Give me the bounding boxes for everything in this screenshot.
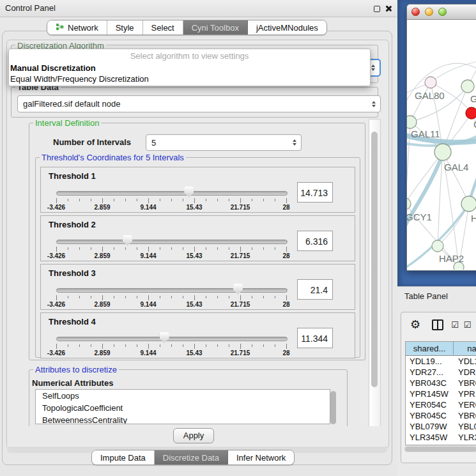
list-scrollbar-thumb[interactable] xyxy=(330,391,336,424)
slider-handle[interactable] xyxy=(233,284,243,295)
threshold-value-field[interactable]: 21.4 xyxy=(297,279,333,300)
attribute-list-item[interactable]: TopologicalCoefficient xyxy=(36,402,330,414)
tick-mark xyxy=(275,296,275,298)
tab-infer-network[interactable]: Infer Network xyxy=(228,450,294,464)
tab-impute-data[interactable]: Impute Data xyxy=(92,450,155,464)
close-icon[interactable] xyxy=(385,5,392,12)
tick-mark xyxy=(171,296,172,298)
network-node[interactable] xyxy=(425,77,436,88)
table-row[interactable]: YBL079WYBL0 xyxy=(406,421,476,432)
tick-mark xyxy=(91,247,91,250)
tick-mark xyxy=(114,296,114,298)
attribute-list-item[interactable]: BetweennessCentrality xyxy=(36,414,330,424)
main-scrollbar-track[interactable] xyxy=(369,119,381,447)
table-row[interactable]: YER054CYER0 xyxy=(406,399,476,410)
network-window: GAL80GAGAL11CGAL4GCY1HHAP2 xyxy=(406,4,476,271)
slider-track[interactable] xyxy=(56,191,288,196)
network-node[interactable] xyxy=(461,80,474,93)
number-of-intervals-combo[interactable]: 5 xyxy=(146,134,302,151)
network-canvas[interactable]: GAL80GAGAL11CGAL4GCY1HHAP2 xyxy=(407,20,476,270)
algorithm-option[interactable]: Manual Discretization xyxy=(9,63,370,73)
select-all-checkbox-icon[interactable] xyxy=(451,319,459,330)
combo-stepper-icon[interactable] xyxy=(372,101,376,107)
slider-track[interactable] xyxy=(56,337,288,341)
combo-stepper-icon[interactable] xyxy=(293,139,296,146)
table-hscrollbar-track[interactable] xyxy=(404,445,476,452)
node-label: GA xyxy=(470,93,476,104)
tab-jactivemnodules[interactable]: jActiveMNodules xyxy=(248,20,326,35)
minimize-traffic-light-icon[interactable] xyxy=(425,8,433,16)
table-hscrollbar-thumb[interactable] xyxy=(405,447,476,452)
tab-network[interactable]: Network xyxy=(47,20,107,35)
combo-stepper-icon[interactable] xyxy=(371,65,375,71)
slider-scale: -3.4262.8599.14415.4321.71528 xyxy=(56,204,287,211)
table-row[interactable]: YPR145WYPR1 xyxy=(406,388,476,399)
tick-mark xyxy=(217,296,218,298)
tick-mark xyxy=(102,295,103,300)
tab-discretize-data[interactable]: Discretize Data xyxy=(155,450,228,464)
column-header-name[interactable]: na xyxy=(454,342,476,355)
threshold-value-field[interactable]: 14.713 xyxy=(297,182,333,203)
numerical-attributes-list[interactable]: SelfLoopsTopologicalCoefficientBetweenne… xyxy=(35,389,330,424)
tick-mark xyxy=(148,198,149,203)
threshold-value-field[interactable]: 6.316 xyxy=(297,231,333,251)
settings-gear-icon[interactable] xyxy=(410,318,420,332)
slider-handle[interactable] xyxy=(184,187,194,197)
select-column-checkbox-icon[interactable] xyxy=(464,319,472,330)
table-row[interactable]: YLR345WYLR3 xyxy=(406,432,476,443)
tab-style[interactable]: Style xyxy=(107,20,143,35)
control-panel: Control Panel NetworkStyleSelectCyni Too… xyxy=(0,0,397,476)
slider-handle[interactable] xyxy=(160,332,169,343)
network-node[interactable] xyxy=(407,198,411,210)
scale-label: 9.144 xyxy=(140,301,156,308)
tab-select[interactable]: Select xyxy=(143,20,183,35)
close-traffic-light-icon[interactable] xyxy=(411,8,420,16)
tick-mark xyxy=(240,344,241,349)
apply-button[interactable]: Apply xyxy=(173,428,214,443)
node-table[interactable]: shared... na YDL19...YDL1YDR27...YDR2YBR… xyxy=(405,341,476,445)
slider-handle[interactable] xyxy=(123,235,132,246)
application-root: Control Panel NetworkStyleSelectCyni Too… xyxy=(0,0,476,476)
tick-mark xyxy=(229,199,229,201)
number-of-intervals-label: Number of Intervals xyxy=(53,137,131,147)
float-window-icon[interactable] xyxy=(374,6,380,12)
table-row[interactable]: YBR045CYBR0 xyxy=(406,410,476,421)
network-window-titlebar[interactable] xyxy=(407,4,476,20)
network-node[interactable] xyxy=(466,107,476,119)
scale-label: -3.426 xyxy=(47,301,65,308)
slider-track[interactable] xyxy=(56,240,288,244)
split-column-icon[interactable] xyxy=(432,319,443,330)
network-node[interactable] xyxy=(461,196,476,211)
table-row[interactable]: YBR043CYBR0 xyxy=(406,378,476,388)
network-node[interactable] xyxy=(432,240,443,252)
threshold-panels: Threshold 1 -3.4262.8599.14415.4321.7152… xyxy=(40,167,355,361)
tick-mark xyxy=(160,296,160,298)
table-row[interactable]: YDL19...YDL1 xyxy=(406,356,476,367)
slider-track[interactable] xyxy=(56,288,288,293)
tick-mark xyxy=(114,344,114,347)
tick-mark xyxy=(183,199,183,201)
network-node[interactable] xyxy=(434,144,451,160)
tick-mark xyxy=(217,344,218,347)
tick-mark xyxy=(171,344,172,347)
scale-label: 9.144 xyxy=(140,349,156,357)
table-data-combo[interactable]: galFiltered.sif default node xyxy=(17,95,381,112)
node-label: GAL80 xyxy=(415,90,445,101)
tab-cyni-toolbox[interactable]: Cyni Toolbox xyxy=(183,20,248,35)
tab-label: Select xyxy=(151,23,174,33)
zoom-traffic-light-icon[interactable] xyxy=(438,8,447,16)
table-row[interactable]: YDR27...YDR2 xyxy=(406,367,476,378)
tick-mark xyxy=(275,344,275,347)
threshold-value-field[interactable]: 11.344 xyxy=(297,328,333,348)
tab-label: jActiveMNodules xyxy=(256,23,318,33)
main-scrollbar-thumb[interactable] xyxy=(371,132,378,387)
network-node[interactable] xyxy=(407,116,417,128)
tick-mark xyxy=(171,199,172,201)
tab-label: Infer Network xyxy=(236,453,286,463)
algorithm-option[interactable]: Equal Width/Frequency Discretization xyxy=(9,73,370,84)
attribute-list-item[interactable]: SelfLoops xyxy=(36,390,330,402)
column-header-shared-name[interactable]: shared... xyxy=(406,342,454,355)
tick-mark xyxy=(275,199,275,201)
tick-mark xyxy=(91,199,91,201)
tick-mark xyxy=(125,247,126,250)
